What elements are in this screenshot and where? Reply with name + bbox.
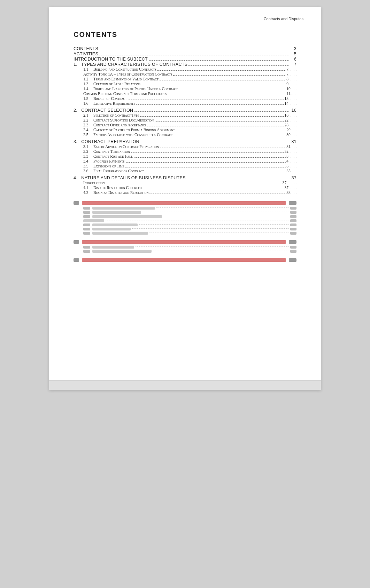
toc-dots	[160, 148, 285, 148]
toc-entry-section4: 4. NATURE AND DETAILS OF BUSINESS DISPUT…	[74, 175, 296, 180]
toc-container: CONTENTS 3 ACTIVITIES 5 INTRODUCTION TO …	[74, 46, 296, 195]
toc-label-activity-1a: Activity Topic 1A – Types of Constructio…	[83, 72, 172, 76]
toc-page-2-1: 16........	[285, 113, 297, 117]
toc-entry-common: Common Building Contract Terms and Proce…	[74, 92, 296, 96]
toc-page-3-5: 35........	[285, 164, 297, 168]
toc-dots	[141, 85, 285, 85]
toc-dots	[147, 126, 283, 126]
toc-page-activity-1a: 7........	[286, 72, 296, 76]
document-page: Contracts and Disputes CONTENTS CONTENTS…	[49, 7, 321, 390]
header-title: Contracts and Disputes	[264, 17, 303, 21]
toc-entry-activity-1a: Activity Topic 1A – Types of Constructio…	[74, 72, 296, 77]
toc-label-2-3: 2.3 Contract Offer and Acceptance	[83, 123, 146, 127]
toc-dots	[155, 121, 283, 121]
toc-page-1-5: 13........	[285, 96, 297, 101]
toc-page-1-2: 8........	[286, 77, 296, 81]
page-title: CONTENTS	[74, 31, 296, 39]
toc-page-2-2: 22........	[285, 118, 297, 122]
toc-label-section3: 3. CONTRACT PREPARATION	[74, 139, 139, 144]
toc-label-activities: ACTIVITIES	[74, 52, 98, 56]
toc-page-section1: 7	[290, 62, 296, 67]
toc-label-3-6: 3.6 Final Preparation of Contract	[83, 169, 144, 173]
toc-label-1-1: 1.1 Building and Construction Contracts	[83, 67, 156, 71]
toc-page-3-2: 32........	[285, 149, 297, 154]
toc-entry-contents: CONTENTS 3	[74, 46, 296, 51]
toc-label-3-2: 3.2 Contract Termination	[83, 149, 130, 154]
toc-entry-3-4: 3.4 Progress Payments 34........	[74, 159, 296, 164]
page-footer	[49, 380, 321, 390]
toc-dots	[134, 111, 288, 112]
toc-entry-section3: 3. CONTRACT PREPARATION 31	[74, 139, 296, 144]
toc-page-3-1: 31......	[286, 144, 296, 149]
toc-page-section3: 31	[290, 139, 296, 144]
toc-dots	[126, 162, 284, 163]
toc-page-4-1: 37........	[285, 186, 297, 190]
toc-label-1-2: 1.2 Terms and Elements of Valid Contract	[83, 77, 159, 81]
toc-dots	[168, 95, 286, 95]
toc-entry-3-6: 3.6 Final Preparation of Contract 35....…	[74, 169, 296, 173]
blurred-section-7	[74, 258, 296, 262]
toc-label-3-3: 3.3 Contract Rise and Fall	[83, 154, 133, 158]
toc-dots	[174, 136, 286, 136]
toc-page-2-4: 29......	[286, 128, 296, 132]
toc-label-1-4: 1.4 Rights and Liabilities of Parties Un…	[83, 87, 178, 91]
toc-entry-3-3: 3.3 Contract Rise and Fall 33........	[74, 154, 296, 159]
toc-entry-4-1: 4.1 Dispute Resolution Checklist 37.....…	[74, 186, 296, 190]
toc-label-s4-intro: Introduction	[83, 181, 105, 185]
toc-dots	[128, 100, 283, 100]
toc-dots	[187, 179, 288, 179]
toc-page-1-3: 9........	[286, 82, 296, 86]
toc-entry-3-1: 3.1 Expert Advice on Contract Preparatio…	[74, 144, 296, 149]
toc-dots	[106, 184, 282, 184]
toc-dots	[176, 131, 285, 131]
toc-dots	[131, 152, 284, 153]
toc-dots	[173, 75, 285, 76]
toc-label-2-4: 2.4 Capacity of Parties to Form a Bindin…	[83, 128, 175, 132]
toc-label-3-4: 3.4 Progress Payments	[83, 159, 125, 163]
toc-page-3-3: 33........	[285, 154, 297, 158]
toc-page-1-4: 10......	[286, 87, 296, 91]
toc-label-intro: INTRODUCTION TO THE SUBJECT	[74, 57, 148, 62]
toc-label-2-2: 2.2 Contract Supporting Documentation	[83, 118, 154, 122]
toc-entry-1-2: 1.2 Terms and Elements of Valid Contract…	[74, 77, 296, 81]
toc-page-2-5: 30......	[286, 133, 296, 137]
toc-entry-1-1: 1.1 Building and Construction Contracts …	[74, 67, 296, 72]
toc-label-common: Common Building Contract Terms and Proce…	[83, 92, 167, 96]
toc-page-1-6: 14........	[285, 101, 297, 105]
toc-dots	[140, 143, 288, 143]
toc-page-contents: 3	[290, 46, 296, 51]
toc-label-1-6: 1.6 Legislative Requirements	[83, 101, 135, 105]
toc-page-1-1: 7........	[286, 67, 296, 71]
toc-dots	[125, 167, 284, 167]
toc-label-section4: 4. NATURE AND DETAILS OF BUSINESS DISPUT…	[74, 175, 186, 180]
toc-label-contents: CONTENTS	[74, 46, 98, 51]
toc-entry-intro: INTRODUCTION TO THE SUBJECT 6	[74, 57, 296, 62]
toc-entry-2-5: 2.5 Factors Associated with Consent to a…	[74, 133, 296, 137]
toc-entry-4-2: 4.2 Business Disputes and Resolution 38.…	[74, 190, 296, 195]
toc-page-4-2: 38......	[286, 190, 296, 195]
toc-entry-s4-intro: Introduction 37..........	[74, 181, 296, 185]
toc-entry-2-2: 2.2 Contract Supporting Documentation 22…	[74, 118, 296, 123]
toc-label-section1: 1. TYPES AND CHARACTERISTICS OF CONTRACT…	[74, 62, 187, 67]
toc-entry-1-4: 1.4 Rights and Liabilities of Parties Un…	[74, 87, 296, 91]
toc-dots	[99, 50, 288, 50]
toc-page-2-3: 28........	[285, 123, 297, 127]
toc-label-1-5: 1.5 Breach of Contract	[83, 96, 127, 101]
toc-page-activities: 5	[290, 52, 296, 56]
toc-entry-2-3: 2.3 Contract Offer and Acceptance 28....…	[74, 123, 296, 127]
toc-entry-2-1: 2.1 Selection of Contract Type 16.......…	[74, 113, 296, 118]
toc-dots	[179, 90, 285, 90]
toc-label-4-2: 4.2 Business Disputes and Resolution	[83, 190, 148, 195]
toc-entry-1-3: 1.3 Creation of Legal Relations 9.......…	[74, 82, 296, 86]
toc-page-s4-intro: 37..........	[283, 181, 296, 185]
toc-entry-3-2: 3.2 Contract Termination 32........	[74, 149, 296, 154]
toc-entry-1-5: 1.5 Breach of Contract 13........	[74, 96, 296, 101]
toc-dots	[136, 104, 284, 105]
toc-entry-section2: 2. CONTRACT SELECTION 16	[74, 108, 296, 113]
toc-dots	[145, 172, 285, 172]
toc-entry-section1: 1. TYPES AND CHARACTERISTICS OF CONTRACT…	[74, 62, 296, 67]
toc-label-3-1: 3.1 Expert Advice on Contract Preparatio…	[83, 144, 159, 149]
toc-dots	[157, 70, 285, 71]
toc-dots	[134, 157, 284, 158]
toc-entry-1-6: 1.6 Legislative Requirements 14........	[74, 101, 296, 106]
